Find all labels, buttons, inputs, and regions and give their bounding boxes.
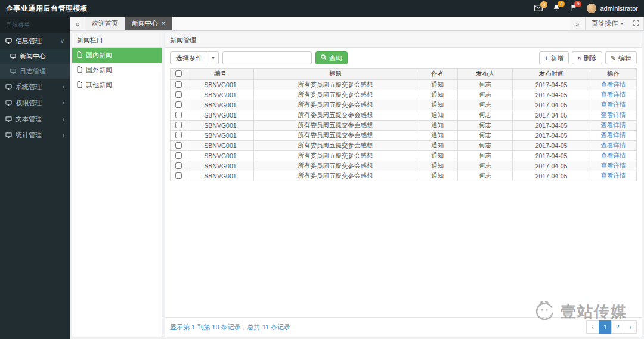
news-management-panel: 新闻管理 选择条件 ▾ 查询 + (165, 33, 642, 337)
view-detail-link[interactable]: 查看详情 (601, 111, 626, 118)
tab-news-center[interactable]: 新闻中心 × (125, 17, 172, 30)
page-next-button[interactable]: › (624, 320, 637, 334)
cell-title: 所有委员周五提交参会感想 (254, 141, 417, 151)
select-all-checkbox[interactable] (175, 70, 182, 77)
cell-date: 2017-04-05 (513, 141, 590, 151)
row-checkbox[interactable] (175, 162, 182, 169)
news-table-body: SBNVG001所有委员周五提交参会感想通知何志2017-04-05查看详情SB… (171, 80, 637, 181)
cell-actions: 查看详情 (590, 90, 637, 100)
cell-title: 所有委员周五提交参会感想 (254, 80, 417, 90)
column-header-publisher: 发布人 (458, 69, 513, 80)
user-menu[interactable]: administrator (587, 4, 638, 13)
cell-author: 通知 (417, 141, 458, 151)
tab-label: 新闻中心 (132, 19, 158, 28)
sidebar-item-news-center[interactable]: 新闻中心 (0, 49, 70, 64)
tabs-scroll-right-button[interactable]: » (570, 17, 586, 30)
row-select-cell (171, 100, 187, 110)
tabs-scroll-left-button[interactable]: « (70, 17, 85, 30)
column-header-author: 作者 (417, 69, 458, 80)
cell-actions: 查看详情 (590, 151, 637, 161)
cell-author: 通知 (417, 131, 458, 141)
view-detail-link[interactable]: 查看详情 (601, 101, 626, 108)
cell-date: 2017-04-05 (513, 131, 590, 141)
row-checkbox[interactable] (175, 132, 182, 138)
cell-actions: 查看详情 (590, 80, 637, 90)
sidebar-item-stats-mgmt[interactable]: 统计管理 ‹ (0, 127, 70, 143)
sidebar-item-info-mgmt[interactable]: 信息管理 ∨ (0, 33, 70, 49)
times-icon: × (577, 54, 581, 61)
delete-button[interactable]: × 删除 (572, 51, 602, 64)
sidebar-item-label: 统计管理 (16, 131, 42, 140)
view-detail-link[interactable]: 查看详情 (601, 172, 626, 179)
cell-title: 所有委员周五提交参会感想 (254, 121, 417, 131)
view-detail-link[interactable]: 查看详情 (601, 152, 626, 159)
tab-operations-label: 页签操作 (592, 19, 618, 28)
monitor-icon (10, 54, 16, 59)
row-checkbox[interactable] (175, 91, 182, 98)
search-input[interactable] (222, 51, 312, 64)
column-item-label: 其他新闻 (86, 81, 112, 90)
column-header-id: 编号 (187, 69, 254, 80)
view-detail-link[interactable]: 查看详情 (601, 81, 626, 88)
sidebar-item-text-mgmt[interactable]: 文本管理 ‹ (0, 111, 70, 127)
row-checkbox[interactable] (175, 81, 182, 88)
table-row: SBNVG001所有委员周五提交参会感想通知何志2017-04-05查看详情 (171, 131, 637, 141)
table-header-row: 编号 标题 作者 发布人 发布时间 操作 (171, 69, 637, 80)
table-row: SBNVG001所有委员周五提交参会感想通知何志2017-04-05查看详情 (171, 141, 637, 151)
fullscreen-button[interactable] (628, 17, 644, 30)
tab-welcome-home[interactable]: 欢迎首页 (85, 17, 125, 30)
monitor-icon (10, 69, 16, 74)
row-select-cell (171, 121, 187, 131)
view-detail-link[interactable]: 查看详情 (601, 162, 626, 169)
row-select-cell (171, 151, 187, 161)
cell-actions: 查看详情 (590, 100, 637, 110)
sidebar-item-label: 系统管理 (16, 82, 42, 91)
sidebar-item-system-mgmt[interactable]: 系统管理 ‹ (0, 79, 70, 95)
sidebar-item-label: 文本管理 (16, 115, 42, 124)
view-detail-link[interactable]: 查看详情 (601, 131, 626, 138)
page-button-1[interactable]: 1 (599, 320, 612, 334)
edit-button[interactable]: ✎ 编辑 (605, 51, 637, 64)
topbar-actions: 4 8 9 administrator (534, 4, 638, 13)
add-button[interactable]: + 新增 (539, 51, 569, 64)
messages-button[interactable]: 4 (534, 5, 543, 13)
news-table-wrap: 编号 标题 作者 发布人 发布时间 操作 SBNVG001所有委员周五提交参会感… (165, 68, 642, 181)
row-checkbox[interactable] (175, 172, 182, 179)
page-prev-button[interactable]: ‹ (586, 320, 599, 334)
cell-date: 2017-04-05 (513, 100, 590, 110)
cell-date: 2017-04-05 (513, 171, 590, 181)
cell-title: 所有委员周五提交参会感想 (254, 161, 417, 171)
sidebar-item-permission-mgmt[interactable]: 权限管理 ‹ (0, 95, 70, 111)
cell-author: 通知 (417, 161, 458, 171)
page-button-2[interactable]: 2 (611, 320, 624, 334)
row-select-cell (171, 161, 187, 171)
cell-date: 2017-04-05 (513, 110, 590, 121)
view-detail-link[interactable]: 查看详情 (601, 91, 626, 98)
cell-title: 所有委员周五提交参会感想 (254, 100, 417, 110)
view-detail-link[interactable]: 查看详情 (601, 141, 626, 149)
cell-publisher: 何志 (458, 171, 513, 181)
column-item-foreign-news[interactable]: 国外新闻 (72, 63, 162, 78)
view-detail-link[interactable]: 查看详情 (601, 121, 626, 128)
tab-operations-dropdown[interactable]: 页签操作 ▾ (586, 17, 628, 30)
news-table: 编号 标题 作者 发布人 发布时间 操作 SBNVG001所有委员周五提交参会感… (170, 68, 637, 181)
row-select-cell (171, 131, 187, 141)
cell-publisher: 何志 (458, 131, 513, 141)
row-select-cell (171, 171, 187, 181)
sidebar-item-label: 新闻中心 (20, 52, 46, 61)
cell-actions: 查看详情 (590, 161, 637, 171)
row-checkbox[interactable] (175, 112, 182, 118)
condition-dropdown[interactable]: 选择条件 ▾ (170, 51, 219, 64)
row-checkbox[interactable] (175, 101, 182, 108)
column-item-domestic-news[interactable]: 国内新闻 (72, 48, 162, 63)
sidebar-item-log-mgmt[interactable]: 日志管理 (0, 64, 70, 79)
tasks-button[interactable]: 9 (570, 4, 577, 13)
query-button[interactable]: 查询 (315, 51, 348, 64)
row-checkbox[interactable] (175, 152, 182, 159)
notifications-button[interactable]: 8 (553, 4, 560, 13)
close-icon[interactable]: × (162, 20, 165, 27)
fullscreen-icon (633, 20, 639, 27)
column-item-other-news[interactable]: 其他新闻 (72, 78, 162, 93)
row-checkbox[interactable] (175, 142, 182, 149)
row-checkbox[interactable] (175, 122, 182, 128)
